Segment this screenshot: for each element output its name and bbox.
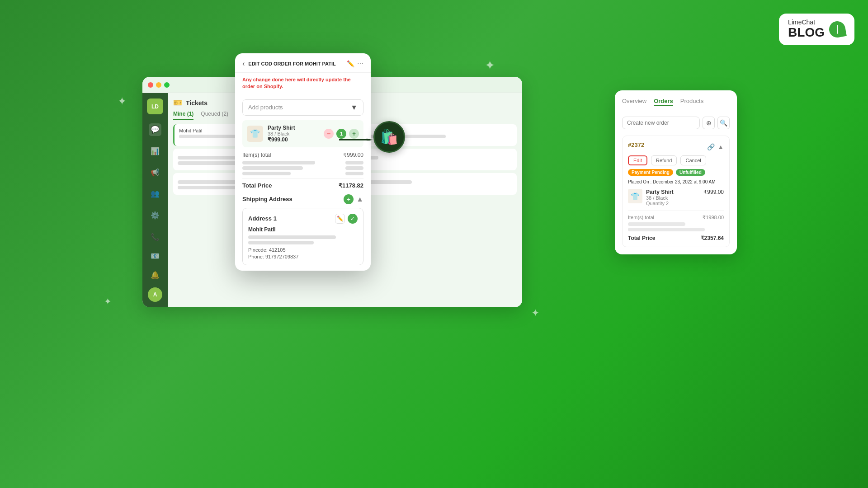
add-address-button[interactable]: +: [344, 194, 354, 204]
window-minimize-dot[interactable]: [156, 82, 161, 88]
sparkle-icon: ✦: [531, 307, 539, 319]
status-badges: Payment Pending Unfulfilled: [628, 169, 724, 176]
window-maximize-dot[interactable]: [164, 82, 170, 88]
items-total-label: Item(s) total: [628, 215, 654, 221]
sidebar-icon-mail[interactable]: 📧: [149, 249, 161, 262]
tab-products[interactable]: Products: [680, 98, 703, 106]
blurred-label: [242, 172, 291, 175]
sidebar-icon-campaigns[interactable]: 📢: [149, 166, 161, 178]
sparkle-icon: ✦: [485, 58, 495, 73]
sparkle-icon: ✦: [104, 296, 112, 307]
address-edit-button[interactable]: ✏️: [335, 214, 345, 224]
add-products-button[interactable]: Add products ▼: [242, 99, 363, 116]
items-total-label: Item(s) total: [242, 152, 271, 158]
shipping-header: Shipping Address + ▲: [242, 194, 363, 204]
total-price-row: Total Price ₹1178.82: [242, 178, 363, 189]
product-qty: Quantity 2: [646, 201, 700, 206]
sidebar: LD 💬 📊 📢 👥 ⚙️ 📞 📧 🔔 A: [142, 93, 168, 307]
order-actions: Edit Refund Cancel: [628, 155, 724, 165]
limechat-badge: LimeChat BLOG: [779, 14, 854, 45]
modal-action-icons: ✏️ ⋯: [347, 60, 363, 67]
quantity-decrease-button[interactable]: −: [324, 129, 334, 139]
tab-queued[interactable]: Queued (2): [201, 111, 228, 120]
sidebar-icon-analytics[interactable]: 📊: [149, 145, 161, 157]
modal-product-variant: 38 / Black: [268, 131, 319, 136]
edit-icon[interactable]: ✏️: [347, 60, 354, 67]
tickets-emoji: 🎫: [173, 99, 182, 107]
brand-leaf-icon: [828, 20, 847, 39]
items-total-value: ₹1998.00: [703, 215, 724, 221]
workspace-avatar: LD: [147, 99, 163, 114]
product-thumbnail: 👕: [628, 189, 642, 203]
blurred-label: [242, 166, 303, 170]
cancel-button[interactable]: Cancel: [680, 155, 706, 165]
create-order-row: ⊕ 🔍: [622, 117, 730, 129]
blurred-label: [242, 161, 315, 164]
items-total-row: Item(s) total ₹999.00: [242, 152, 363, 158]
order-summary: Item(s) total ₹1998.00 Total Price ₹2357…: [628, 211, 724, 241]
create-order-input[interactable]: [622, 117, 700, 129]
edit-cod-modal: ‹ EDIT COD ORDER FOR MOHIT PATIL ✏️ ⋯ An…: [235, 53, 371, 271]
blurred-row: [628, 222, 685, 226]
search-order-button[interactable]: 🔍: [717, 117, 730, 129]
collapse-button[interactable]: ▲: [356, 195, 363, 203]
modal-title: EDIT COD ORDER FOR MOHIT PATIL: [248, 61, 343, 66]
sidebar-icon-team[interactable]: 👥: [149, 188, 161, 200]
back-button[interactable]: ‹: [242, 60, 245, 68]
tab-orders[interactable]: Orders: [654, 98, 673, 106]
orders-tabs: Overview Orders Products: [622, 98, 730, 110]
address-phone: Phone: 917972709837: [248, 254, 358, 259]
items-total-value: ₹999.00: [343, 152, 363, 158]
collapse-icon[interactable]: ▲: [717, 143, 724, 150]
brand-name-line1: LimeChat: [788, 19, 825, 26]
quantity-display: 1: [336, 129, 346, 139]
address-title: Address 1: [248, 215, 277, 222]
dropdown-arrow-icon: ▼: [350, 103, 358, 112]
add-order-button[interactable]: ⊕: [703, 117, 715, 129]
address-confirm-button[interactable]: ✓: [348, 214, 358, 224]
address-pincode: Pincode: 412105: [248, 247, 358, 253]
shipping-label: Shipping Address: [242, 196, 292, 202]
modal-body: Add products ▼ 👕 Party Shirt 38 / Black …: [235, 94, 371, 271]
order-number: #2372: [628, 141, 644, 148]
orders-panel: Overview Orders Products ⊕ 🔍 #2372 🔗 ▲ E…: [615, 90, 737, 254]
more-icon[interactable]: ⋯: [357, 60, 363, 67]
shipping-section: Shipping Address + ▲ Address 1 ✏️ ✓ Mohi…: [242, 194, 363, 265]
window-close-dot[interactable]: [148, 82, 153, 88]
quantity-increase-button[interactable]: +: [349, 129, 359, 139]
address-lines: [248, 235, 358, 244]
refund-button[interactable]: Refund: [651, 155, 677, 165]
edit-button[interactable]: Edit: [628, 155, 647, 165]
brand-name-line2: BLOG: [788, 26, 825, 40]
sparkle-icon: ✦: [118, 95, 127, 108]
address-name: Mohit Patil: [248, 226, 358, 233]
tab-mine[interactable]: Mine (1): [173, 111, 193, 120]
sidebar-icon-bell[interactable]: 🔔: [149, 268, 161, 281]
total-price-label: Total Price: [628, 235, 655, 241]
order-card: #2372 🔗 ▲ Edit Refund Cancel Payment Pen…: [622, 136, 730, 247]
warning-link: here: [285, 77, 296, 82]
shopify-icon: 🛍️: [373, 121, 405, 153]
modal-product-price: ₹999.00: [268, 136, 319, 143]
total-price-value: ₹1178.82: [339, 182, 363, 189]
add-products-label: Add products: [248, 104, 283, 111]
blurred-address-line: [248, 241, 314, 244]
arrow-connector: [339, 138, 373, 141]
total-price-label: Total Price: [242, 182, 272, 189]
payment-pending-badge: Payment Pending: [628, 169, 673, 176]
product-variant: 38 / Black: [646, 195, 700, 201]
address-card-icons: ✏️ ✓: [335, 214, 358, 224]
sidebar-icon-chat[interactable]: 💬: [149, 123, 161, 136]
sidebar-icon-phone[interactable]: 📞: [149, 230, 161, 243]
blurred-value: [345, 161, 363, 164]
svg-marker-1: [367, 139, 373, 141]
user-avatar: A: [148, 287, 162, 302]
modal-header: ‹ EDIT COD ORDER FOR MOHIT PATIL ✏️ ⋯: [235, 53, 371, 73]
blurred-address-line: [248, 235, 336, 239]
tickets-heading: Tickets: [186, 99, 208, 107]
placed-on: Placed On : December 23, 2022 at 9:00 AM: [628, 179, 724, 184]
sidebar-icon-settings[interactable]: ⚙️: [149, 209, 161, 221]
blurred-value: [345, 172, 363, 175]
tab-overview[interactable]: Overview: [622, 98, 646, 106]
address-card: Address 1 ✏️ ✓ Mohit Patil Pincode: 4121…: [242, 208, 363, 265]
